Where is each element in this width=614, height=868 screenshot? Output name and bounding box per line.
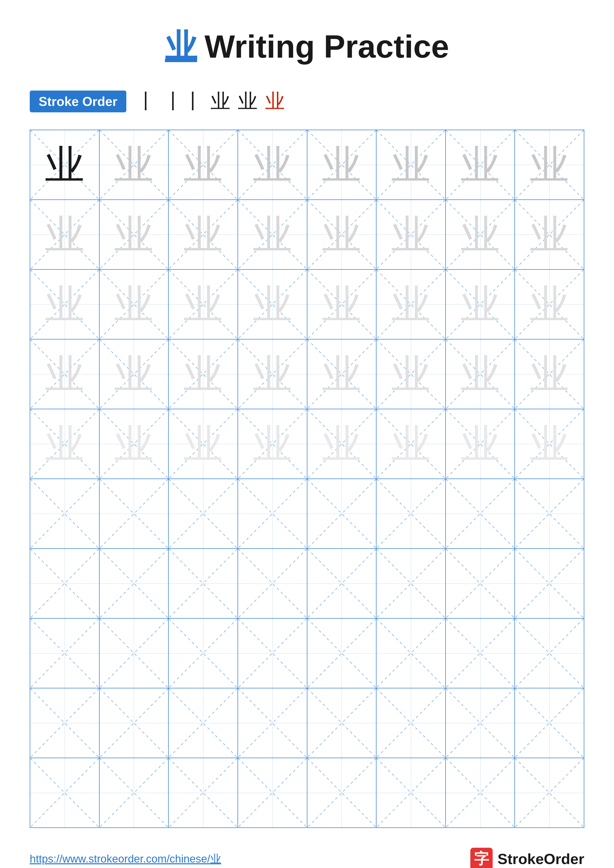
grid-cell[interactable]: 业 [169,200,238,269]
svg-line-133 [169,688,238,758]
grid-cell[interactable] [238,479,307,548]
grid-cell[interactable] [376,618,446,688]
grid-cell[interactable] [307,688,377,758]
grid-cell[interactable] [446,618,515,688]
grid-cell[interactable] [515,549,584,618]
svg-line-123 [376,618,445,688]
footer-url[interactable]: https://www.strokeorder.com/chinese/业 [30,852,221,866]
grid-cell[interactable] [30,758,99,828]
grid-cell[interactable] [169,549,238,618]
grid-cell[interactable] [99,688,169,758]
grid-cell[interactable]: 业 [238,270,307,339]
grid-cell[interactable] [307,479,377,548]
grid-cell[interactable] [376,479,446,548]
grid-cell[interactable]: 业 [515,339,584,409]
grid-cell[interactable]: 业 [30,130,99,200]
grid-cell[interactable]: 业 [307,200,377,269]
cell-character: 业 [45,285,84,324]
grid-cell[interactable] [307,549,377,618]
grid-cell[interactable] [515,618,584,688]
grid-cell[interactable] [515,688,584,758]
grid-cell[interactable]: 业 [30,270,99,339]
grid-cell[interactable] [30,549,99,618]
grid-row-8 [30,618,584,688]
grid-cell[interactable] [515,758,584,828]
grid-cell[interactable]: 业 [238,409,307,479]
grid-cell[interactable] [99,618,169,688]
grid-cell[interactable]: 业 [307,130,377,200]
grid-cell[interactable]: 业 [446,339,515,409]
grid-cell[interactable]: 业 [238,200,307,269]
grid-cell[interactable]: 业 [238,339,307,409]
grid-cell[interactable]: 业 [169,270,238,339]
svg-line-114 [99,618,168,688]
grid-cell[interactable]: 业 [376,339,446,409]
grid-cell[interactable] [169,758,238,828]
grid-cell[interactable] [30,618,99,688]
grid-cell[interactable]: 业 [99,270,169,339]
grid-cell[interactable]: 业 [238,130,307,200]
grid-cell[interactable] [30,688,99,758]
grid-cell[interactable] [376,549,446,618]
grid-cell[interactable]: 业 [446,130,515,200]
grid-cell[interactable]: 业 [169,130,238,200]
grid-cell[interactable]: 业 [515,200,584,269]
grid-cell[interactable] [238,618,307,688]
grid-cell[interactable]: 业 [307,339,377,409]
grid-cell[interactable] [169,688,238,758]
svg-line-117 [169,618,238,688]
svg-line-115 [99,618,168,688]
grid-cell[interactable]: 业 [99,339,169,409]
grid-cell[interactable]: 业 [446,270,515,339]
grid-cell[interactable] [99,758,169,828]
grid-cell[interactable]: 业 [515,130,584,200]
grid-cell[interactable]: 业 [515,270,584,339]
grid-cell[interactable] [99,549,169,618]
grid-cell[interactable]: 业 [169,409,238,479]
svg-line-145 [30,758,99,828]
grid-cell[interactable] [238,758,307,828]
grid-cell[interactable]: 业 [376,200,446,269]
grid-cell[interactable]: 业 [376,270,446,339]
grid-cell[interactable] [446,758,515,828]
grid-cell[interactable] [446,479,515,548]
svg-line-126 [515,618,584,688]
grid-cell[interactable]: 业 [307,270,377,339]
grid-cell[interactable] [238,549,307,618]
grid-cell[interactable] [376,688,446,758]
grid-cell[interactable] [446,688,515,758]
grid-cell[interactable] [515,479,584,548]
cell-character: 业 [460,215,500,254]
grid-cell[interactable]: 业 [515,409,584,479]
grid-cell[interactable]: 业 [99,200,169,269]
grid-cell[interactable]: 业 [30,409,99,479]
grid-cell[interactable]: 业 [99,409,169,479]
grid-cell[interactable] [376,758,446,828]
svg-line-103 [238,549,307,618]
grid-cell[interactable] [307,758,377,828]
svg-line-128 [30,688,99,758]
practice-grid: 业 业 业 业 业 业 业 [30,130,584,828]
grid-cell[interactable] [169,618,238,688]
grid-cell[interactable]: 业 [446,409,515,479]
grid-cell[interactable]: 业 [376,130,446,200]
footer-logo: 字 StrokeOrder [470,848,584,868]
cell-character: 业 [460,285,500,324]
cell-character: 业 [114,285,154,324]
grid-cell[interactable]: 业 [307,409,377,479]
grid-cell[interactable] [169,479,238,548]
grid-cell[interactable] [99,479,169,548]
grid-cell[interactable]: 业 [376,409,446,479]
grid-cell[interactable]: 业 [99,130,169,200]
grid-cell[interactable] [446,549,515,618]
grid-cell[interactable] [307,618,377,688]
grid-cell[interactable]: 业 [169,339,238,409]
grid-cell[interactable] [238,688,307,758]
grid-cell[interactable]: 业 [30,339,99,409]
svg-line-99 [99,549,168,618]
svg-line-157 [446,758,515,828]
grid-cell[interactable]: 业 [446,200,515,269]
grid-cell[interactable]: 业 [30,200,99,269]
cell-character: 业 [391,215,431,254]
grid-cell[interactable] [30,479,99,548]
